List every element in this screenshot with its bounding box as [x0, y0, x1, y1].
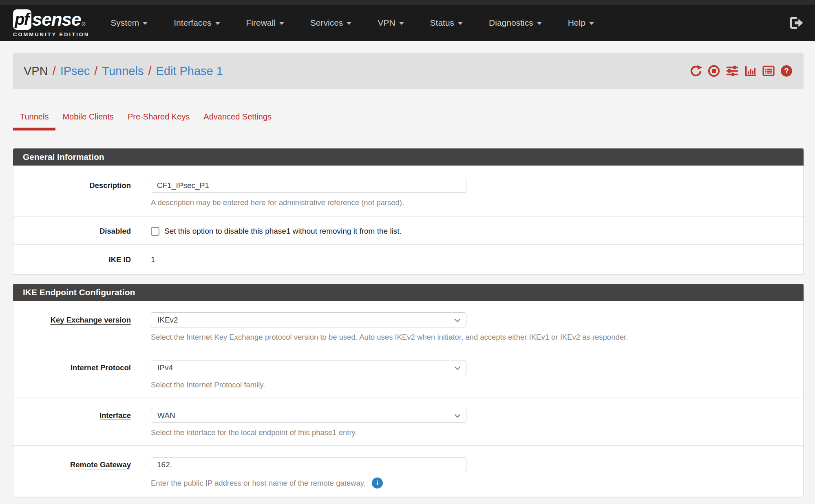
- remote-gateway-help: Enter the public IP address or host name…: [151, 479, 366, 488]
- sign-out-icon: [789, 16, 804, 29]
- caret-down-icon: [537, 22, 542, 25]
- internet-protocol-row: Internet Protocol IPv4 Select the Intern…: [13, 350, 803, 398]
- menu-label: Interfaces: [174, 18, 211, 28]
- tab-mobile-clients[interactable]: Mobile Clients: [55, 103, 121, 130]
- ike-endpoint-panel: IKE Endpoint Configuration Key Exchange …: [13, 284, 804, 497]
- interface-help: Select the interface for the local endpo…: [151, 428, 803, 437]
- menu-services[interactable]: Services: [310, 18, 352, 28]
- navbar-top-strip: [0, 0, 815, 5]
- description-label: Description: [89, 181, 131, 190]
- description-row: Description A description may be entered…: [13, 166, 803, 217]
- interface-select[interactable]: WAN: [151, 408, 466, 423]
- chevron-down-icon: [454, 318, 461, 323]
- info-circle-icon[interactable]: i: [372, 477, 383, 489]
- menu-status[interactable]: Status: [430, 18, 463, 28]
- ike-id-label: IKE ID: [109, 255, 131, 264]
- chevron-down-icon: [454, 366, 461, 370]
- disabled-checkbox-text: Set this option to disable this phase1 w…: [164, 227, 402, 236]
- menu-label: Firewall: [246, 18, 276, 28]
- remote-gateway-label: Remote Gateway: [70, 460, 131, 469]
- menu-firewall[interactable]: Firewall: [246, 18, 284, 28]
- caret-down-icon: [215, 22, 220, 25]
- caret-down-icon: [589, 22, 594, 25]
- breadcrumb-separator: /: [90, 64, 102, 78]
- list-alt-icon[interactable]: [762, 65, 775, 77]
- logout-button[interactable]: [789, 16, 804, 29]
- question-circle-icon[interactable]: ?: [780, 65, 793, 77]
- logo-sense-text: sense: [32, 9, 81, 30]
- breadcrumb-section: VPN: [24, 64, 48, 78]
- panel-title: IKE Endpoint Configuration: [13, 284, 804, 301]
- menu-label: Services: [310, 18, 343, 28]
- stop-circle-icon[interactable]: [708, 65, 720, 77]
- key-exchange-select[interactable]: IKEv2: [151, 312, 466, 327]
- caret-down-icon: [143, 22, 148, 25]
- internet-protocol-select[interactable]: IPv4: [151, 360, 466, 375]
- breadcrumb-link-tunnels[interactable]: Tunnels: [102, 64, 144, 78]
- key-exchange-help: Select the Internet Key Exchange protoco…: [151, 333, 803, 342]
- refresh-icon[interactable]: [690, 65, 702, 77]
- key-exchange-label: Key Exchange version: [51, 316, 131, 324]
- interface-selected-value: WAN: [157, 411, 175, 420]
- remote-gateway-input[interactable]: [151, 457, 466, 472]
- chevron-down-icon: [454, 414, 461, 418]
- caret-down-icon: [458, 22, 463, 25]
- disabled-checkbox[interactable]: [151, 227, 159, 236]
- logo-subtitle: COMMUNITY EDITION: [13, 31, 89, 38]
- menu-help[interactable]: Help: [568, 18, 594, 28]
- breadcrumb-separator: /: [48, 64, 60, 78]
- main-menu: System Interfaces Firewall Services VPN …: [110, 18, 594, 28]
- menu-system[interactable]: System: [110, 18, 148, 28]
- breadcrumb-toolbar: ?: [690, 65, 793, 77]
- internet-protocol-selected-value: IPv4: [157, 363, 173, 372]
- menu-label: System: [110, 18, 139, 28]
- menu-diagnostics[interactable]: Diagnostics: [489, 18, 542, 28]
- caret-down-icon: [279, 22, 284, 25]
- menu-label: Help: [568, 18, 585, 28]
- svg-text:?: ?: [784, 67, 788, 75]
- sliders-icon[interactable]: [726, 65, 739, 77]
- tab-pre-shared-keys[interactable]: Pre-Shared Keys: [121, 103, 197, 130]
- breadcrumb-link-edit-phase1[interactable]: Edit Phase 1: [156, 64, 223, 78]
- tab-bar: Tunnels Mobile Clients Pre-Shared Keys A…: [13, 103, 802, 130]
- menu-label: VPN: [378, 18, 395, 28]
- tab-tunnels[interactable]: Tunnels: [13, 103, 55, 130]
- pfsense-logo[interactable]: pf sense ® COMMUNITY EDITION: [13, 9, 89, 38]
- internet-protocol-label: Internet Protocol: [71, 363, 131, 372]
- key-exchange-selected-value: IKEv2: [157, 316, 178, 325]
- disabled-label: Disabled: [99, 227, 131, 235]
- menu-vpn[interactable]: VPN: [378, 18, 404, 28]
- interface-label: Interface: [99, 411, 131, 420]
- registered-mark: ®: [82, 22, 86, 27]
- breadcrumb: VPN / IPsec / Tunnels / Edit Phase 1: [13, 53, 804, 89]
- internet-protocol-help: Select the Internet Protocol family.: [151, 380, 803, 389]
- description-input[interactable]: [151, 178, 466, 193]
- top-navbar: pf sense ® COMMUNITY EDITION System Inte…: [0, 0, 815, 41]
- general-information-panel: General Information Description A descri…: [13, 148, 804, 275]
- panel-title: General Information: [13, 148, 804, 166]
- caret-down-icon: [399, 22, 404, 25]
- remote-gateway-row: Remote Gateway Enter the public IP addre…: [13, 446, 803, 497]
- menu-label: Diagnostics: [489, 18, 533, 28]
- ike-id-value: 1: [151, 255, 155, 264]
- menu-label: Status: [430, 18, 455, 28]
- caret-down-icon: [347, 22, 351, 25]
- menu-interfaces[interactable]: Interfaces: [174, 18, 220, 28]
- description-help: A description may be entered here for ad…: [151, 198, 803, 207]
- disabled-row: Disabled Set this option to disable this…: [13, 217, 803, 245]
- key-exchange-row: Key Exchange version IKEv2 Select the In…: [13, 301, 803, 350]
- ike-id-row: IKE ID 1: [13, 245, 803, 274]
- logo-pf-mark: pf: [13, 9, 31, 30]
- tab-advanced-settings[interactable]: Advanced Settings: [197, 103, 278, 130]
- bar-chart-icon[interactable]: [744, 65, 757, 77]
- breadcrumb-separator: /: [144, 64, 156, 78]
- interface-row: Interface WAN Select the interface for t…: [13, 398, 803, 446]
- breadcrumb-link-ipsec[interactable]: IPsec: [60, 64, 90, 78]
